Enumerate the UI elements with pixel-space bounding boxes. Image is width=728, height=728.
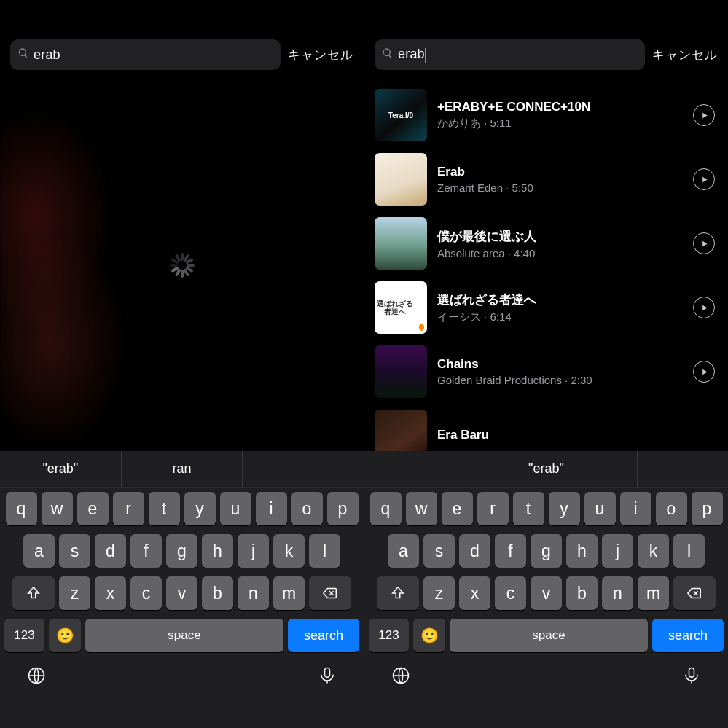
- key-y[interactable]: y: [184, 492, 216, 525]
- key-l[interactable]: l: [309, 534, 340, 568]
- key-z[interactable]: z: [423, 576, 455, 610]
- play-button[interactable]: [693, 104, 715, 126]
- key-b[interactable]: b: [202, 576, 233, 610]
- key-k[interactable]: k: [273, 534, 305, 568]
- key-c[interactable]: c: [130, 576, 162, 610]
- key-d[interactable]: d: [459, 534, 490, 568]
- key-a[interactable]: a: [388, 534, 419, 568]
- keyboard-suggestion-empty: [637, 451, 728, 487]
- search-input[interactable]: erab: [10, 39, 281, 70]
- key-e[interactable]: e: [77, 492, 109, 525]
- globe-icon[interactable]: [26, 665, 47, 689]
- key-n[interactable]: n: [238, 576, 269, 610]
- key-u[interactable]: u: [584, 492, 616, 525]
- cancel-button[interactable]: キャンセル: [652, 47, 718, 63]
- result-meta: Absolute area · 4:40: [437, 247, 683, 259]
- key-d[interactable]: d: [95, 534, 126, 568]
- shift-key[interactable]: [377, 576, 419, 610]
- result-row[interactable]: 選ばれざる者達へ選ばれざる者達へイーシス · 6:14: [364, 275, 728, 340]
- emoji-key[interactable]: 🙂: [49, 619, 81, 652]
- key-t[interactable]: t: [513, 492, 544, 525]
- keyboard-suggestion[interactable]: ran: [121, 451, 243, 487]
- key-l[interactable]: l: [673, 534, 705, 568]
- play-button[interactable]: [693, 168, 715, 190]
- key-b[interactable]: b: [566, 576, 598, 610]
- key-f[interactable]: f: [495, 534, 526, 568]
- key-x[interactable]: x: [95, 576, 126, 610]
- key-z[interactable]: z: [59, 576, 90, 610]
- key-p[interactable]: p: [327, 492, 359, 525]
- key-v[interactable]: v: [531, 576, 562, 610]
- key-u[interactable]: u: [220, 492, 251, 525]
- key-m[interactable]: m: [273, 576, 305, 610]
- result-info: ChainsGolden Braid Productions · 2:30: [437, 357, 683, 386]
- result-thumbnail: [375, 217, 427, 270]
- key-t[interactable]: t: [149, 492, 180, 525]
- keyboard-suggestion[interactable]: "erab": [455, 451, 637, 487]
- shift-key[interactable]: [12, 576, 55, 610]
- result-info: +ERABY+E CONNEC+10Nかめりあ · 5:11: [437, 100, 683, 130]
- backspace-key[interactable]: [309, 576, 351, 610]
- result-meta: イーシス · 6:14: [437, 310, 683, 324]
- key-w[interactable]: w: [42, 492, 73, 525]
- key-o[interactable]: o: [291, 492, 323, 525]
- key-p[interactable]: p: [692, 492, 723, 525]
- search-results: Tera.I/0+ERABY+E CONNEC+10Nかめりあ · 5:11Er…: [364, 77, 728, 468]
- backspace-key[interactable]: [673, 576, 716, 610]
- key-i[interactable]: i: [256, 492, 287, 525]
- key-r[interactable]: r: [113, 492, 144, 525]
- result-info: Era Baru: [437, 428, 715, 445]
- result-row[interactable]: 僕が最後に選ぶ人Absolute area · 4:40: [364, 211, 728, 275]
- key-h[interactable]: h: [202, 534, 233, 568]
- key-f[interactable]: f: [130, 534, 162, 568]
- search-key[interactable]: search: [652, 619, 724, 652]
- key-g[interactable]: g: [531, 534, 562, 568]
- svg-rect-3: [689, 668, 694, 678]
- key-a[interactable]: a: [23, 534, 55, 568]
- key-y[interactable]: y: [549, 492, 580, 525]
- key-q[interactable]: q: [6, 492, 37, 525]
- keyboard-suggestion[interactable]: "erab": [0, 451, 121, 487]
- emoji-key[interactable]: 🙂: [413, 619, 445, 652]
- key-s[interactable]: s: [423, 534, 455, 568]
- key-c[interactable]: c: [495, 576, 526, 610]
- key-x[interactable]: x: [459, 576, 490, 610]
- key-g[interactable]: g: [166, 534, 197, 568]
- result-row[interactable]: Tera.I/0+ERABY+E CONNEC+10Nかめりあ · 5:11: [364, 83, 728, 147]
- space-key[interactable]: space: [450, 619, 648, 652]
- result-row[interactable]: ErabZemarit Eden · 5:50: [364, 147, 728, 211]
- play-button[interactable]: [693, 297, 715, 318]
- key-m[interactable]: m: [638, 576, 669, 610]
- key-s[interactable]: s: [59, 534, 90, 568]
- dictation-icon[interactable]: [317, 665, 337, 689]
- result-row[interactable]: ChainsGolden Braid Productions · 2:30: [364, 340, 728, 404]
- key-k[interactable]: k: [638, 534, 669, 568]
- search-key[interactable]: search: [288, 619, 359, 652]
- key-j[interactable]: j: [602, 534, 633, 568]
- key-r[interactable]: r: [477, 492, 509, 525]
- number-key[interactable]: 123: [369, 619, 409, 652]
- key-e[interactable]: e: [442, 492, 473, 525]
- key-q[interactable]: q: [370, 492, 402, 525]
- globe-icon[interactable]: [391, 665, 411, 689]
- space-key[interactable]: space: [85, 619, 283, 652]
- key-j[interactable]: j: [238, 534, 269, 568]
- keyboard-suggestion-bar: "erab": [364, 451, 728, 488]
- dictation-icon[interactable]: [681, 665, 702, 689]
- play-button[interactable]: [693, 232, 715, 254]
- key-v[interactable]: v: [166, 576, 197, 610]
- key-i[interactable]: i: [620, 492, 651, 525]
- key-n[interactable]: n: [602, 576, 633, 610]
- key-w[interactable]: w: [406, 492, 437, 525]
- number-key[interactable]: 123: [4, 619, 44, 652]
- key-o[interactable]: o: [656, 492, 687, 525]
- result-info: 僕が最後に選ぶ人Absolute area · 4:40: [437, 228, 683, 259]
- status-bar: [0, 0, 364, 29]
- key-h[interactable]: h: [566, 534, 598, 568]
- cancel-button[interactable]: キャンセル: [288, 47, 353, 63]
- result-title: Chains: [437, 357, 683, 372]
- search-input[interactable]: erab: [375, 39, 645, 70]
- play-button[interactable]: [693, 361, 715, 383]
- loading-spinner: [0, 251, 364, 279]
- result-title: 選ばれざる者達へ: [437, 291, 683, 308]
